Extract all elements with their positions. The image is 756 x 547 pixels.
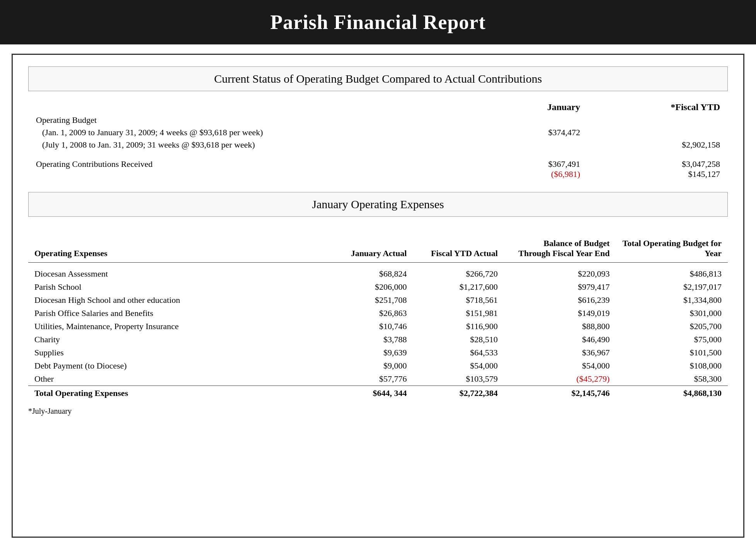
expense-balance: $88,800 xyxy=(504,320,616,333)
expense-balance: $149,019 xyxy=(504,307,616,320)
total-budget: $4,868,130 xyxy=(616,386,728,400)
section1-box: Current Status of Operating Budget Compa… xyxy=(28,66,728,91)
expense-row: Debt Payment (to Diocese) $9,000 $54,000… xyxy=(28,359,728,372)
budget-line1-fiscal-ytd xyxy=(588,126,728,139)
expense-total-budget: $108,000 xyxy=(616,359,728,372)
expense-row: Utilities, Maintenance, Property Insuran… xyxy=(28,320,728,333)
budget-line1-label: (Jan. 1, 2009 to January 31, 2009; 4 wee… xyxy=(28,126,448,139)
section2-box: January Operating Expenses xyxy=(28,192,728,217)
expense-total-budget: $205,700 xyxy=(616,320,728,333)
expense-fiscal-ytd: $103,579 xyxy=(413,372,504,386)
expense-balance: $979,417 xyxy=(504,280,616,294)
expense-jan-actual: $57,776 xyxy=(322,372,413,386)
expense-total-budget: $75,000 xyxy=(616,333,728,346)
expense-label: Charity xyxy=(28,333,322,346)
expense-label: Diocesan Assessment xyxy=(28,267,322,280)
expense-balance: $36,967 xyxy=(504,346,616,359)
expense-fiscal-ytd: $266,720 xyxy=(413,267,504,280)
expense-jan-actual: $26,863 xyxy=(322,307,413,320)
section1-title: Current Status of Operating Budget Compa… xyxy=(36,72,720,85)
page-header: Parish Financial Report xyxy=(0,0,756,44)
budget-line1-january: $374,472 xyxy=(448,126,588,139)
expense-fiscal-ytd: $116,900 xyxy=(413,320,504,333)
contributions-label: Operating Contributions Received xyxy=(28,158,448,180)
total-row: Total Operating Expenses $644, 344 $2,72… xyxy=(28,386,728,400)
contributions-fiscal-ytd: $3,047,258 xyxy=(596,159,720,169)
expense-row: Parish Office Salaries and Benefits $26,… xyxy=(28,307,728,320)
expense-fiscal-ytd: $64,533 xyxy=(413,346,504,359)
expenses-col-label: Operating Expenses xyxy=(28,226,322,263)
expense-jan-actual: $10,746 xyxy=(322,320,413,333)
expense-total-budget: $486,813 xyxy=(616,267,728,280)
expense-balance: $46,490 xyxy=(504,333,616,346)
expense-row: Supplies $9,639 $64,533 $36,967 $101,500 xyxy=(28,346,728,359)
page-body: Current Status of Operating Budget Compa… xyxy=(12,54,744,538)
expense-row: Diocesan High School and other education… xyxy=(28,294,728,307)
expense-row: Other $57,776 $103,579 ($45,279) $58,300 xyxy=(28,372,728,386)
contributions-january-diff: ($6,981) xyxy=(456,169,580,179)
expense-jan-actual: $9,639 xyxy=(322,346,413,359)
expense-label: Diocesan High School and other education xyxy=(28,294,322,307)
expense-label: Supplies xyxy=(28,346,322,359)
expense-balance: $54,000 xyxy=(504,359,616,372)
expense-label: Debt Payment (to Diocese) xyxy=(28,359,322,372)
total-fiscal-ytd: $2,722,384 xyxy=(413,386,504,400)
expense-jan-actual: $9,000 xyxy=(322,359,413,372)
expense-fiscal-ytd: $1,217,600 xyxy=(413,280,504,294)
expense-jan-actual: $68,824 xyxy=(322,267,413,280)
footnote: *July-January xyxy=(28,407,728,416)
expense-fiscal-ytd: $718,561 xyxy=(413,294,504,307)
expense-label: Utilities, Maintenance, Property Insuran… xyxy=(28,320,322,333)
operating-budget-label: Operating Budget xyxy=(28,114,448,126)
col-fiscal-ytd: *Fiscal YTD xyxy=(588,100,728,114)
budget-line2-january xyxy=(448,139,588,151)
expense-jan-actual: $251,708 xyxy=(322,294,413,307)
total-balance: $2,145,746 xyxy=(504,386,616,400)
expense-fiscal-ytd: $54,000 xyxy=(413,359,504,372)
expense-jan-actual: $206,000 xyxy=(322,280,413,294)
expense-jan-actual: $3,788 xyxy=(322,333,413,346)
col-january: January xyxy=(448,100,588,114)
expense-label: Parish School xyxy=(28,280,322,294)
expenses-col-balance: Balance of Budget Through Fiscal Year En… xyxy=(504,226,616,263)
expenses-col-jan-actual: January Actual xyxy=(322,226,413,263)
section2-title: January Operating Expenses xyxy=(36,198,720,211)
expense-label: Other xyxy=(28,372,322,386)
expense-balance: ($45,279) xyxy=(504,372,616,386)
total-label: Total Operating Expenses xyxy=(28,386,322,400)
expense-row: Charity $3,788 $28,510 $46,490 $75,000 xyxy=(28,333,728,346)
expense-total-budget: $2,197,017 xyxy=(616,280,728,294)
expense-label: Parish Office Salaries and Benefits xyxy=(28,307,322,320)
expense-row: Parish School $206,000 $1,217,600 $979,4… xyxy=(28,280,728,294)
total-jan-actual: $644, 344 xyxy=(322,386,413,400)
expense-total-budget: $58,300 xyxy=(616,372,728,386)
expenses-table: Operating Expenses January Actual Fiscal… xyxy=(28,226,728,400)
expense-total-budget: $1,334,800 xyxy=(616,294,728,307)
budget-line2-label: (July 1, 2008 to Jan. 31, 2009; 31 weeks… xyxy=(28,139,448,151)
expense-fiscal-ytd: $151,981 xyxy=(413,307,504,320)
expense-fiscal-ytd: $28,510 xyxy=(413,333,504,346)
expense-balance: $616,239 xyxy=(504,294,616,307)
expense-total-budget: $101,500 xyxy=(616,346,728,359)
contributions-january: $367,491 xyxy=(456,159,580,169)
expenses-col-fiscal-ytd: Fiscal YTD Actual xyxy=(413,226,504,263)
page-title: Parish Financial Report xyxy=(15,11,741,34)
expenses-col-total-budget: Total Operating Budget for Year xyxy=(616,226,728,263)
contributions-fiscal-ytd-diff: $145,127 xyxy=(596,169,720,179)
expense-total-budget: $301,000 xyxy=(616,307,728,320)
budget-table: January *Fiscal YTD Operating Budget (Ja… xyxy=(28,100,728,180)
expense-row: Diocesan Assessment $68,824 $266,720 $22… xyxy=(28,267,728,280)
expense-balance: $220,093 xyxy=(504,267,616,280)
budget-line2-fiscal-ytd: $2,902,158 xyxy=(588,139,728,151)
